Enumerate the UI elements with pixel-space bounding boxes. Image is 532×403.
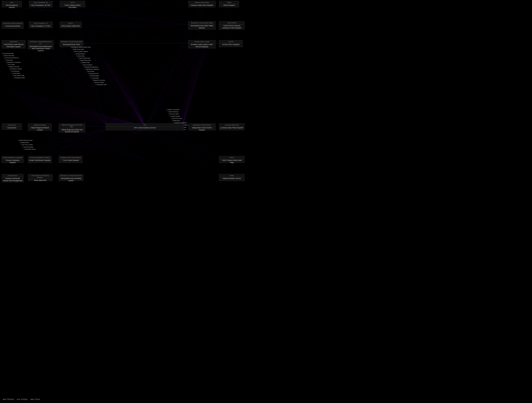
node-indep-school: Independent School Districts Independent… — [188, 124, 215, 130]
svg-line-79 — [13, 92, 145, 126]
node-muni-maintenance: Municipal or County Maintenance an... Mu… — [28, 40, 53, 49]
svg-line-78 — [11, 91, 145, 126]
node-noaa: NOAA National Weather Service — [219, 174, 244, 181]
svg-line-86 — [25, 105, 145, 126]
node-dps-ev: DPS DPS Emergency Vehicles — [2, 1, 22, 7]
legend-existing-color — [17, 399, 20, 400]
svg-line-65 — [112, 69, 145, 126]
svg-line-69 — [120, 76, 145, 126]
node-txdot-web: TxDOT TxDOT Atlanta District Web Page — [219, 156, 244, 163]
svg-line-47 — [71, 129, 145, 159]
node-regional-hospitals: Regional Hospitals Atlanta Regional Medi… — [28, 124, 52, 131]
svg-line-76 — [132, 89, 145, 126]
svg-line-119 — [71, 126, 107, 176]
node-txdot-artio-motorist: TxDOT/ARTIO TxDOT/ARTIO Motorist Assista… — [219, 21, 244, 30]
legend-planned-label: Planned — [7, 398, 14, 400]
svg-line-74 — [129, 85, 145, 126]
svg-line-126 — [145, 129, 233, 159]
node-dps-comm: DPS DPS Communications Service — [106, 124, 184, 130]
node-bi-state-justice: Bi-State Justice Center Bi-State Justice… — [188, 40, 215, 48]
node-texarkana-transit: Texarkana Urban Transit District T Line … — [59, 156, 82, 163]
svg-line-75 — [130, 87, 145, 126]
svg-line-62 — [107, 63, 145, 126]
svg-line-82 — [18, 98, 145, 126]
node-txdot-dps-crash: TxDOT/DPS TxDOT/DPS Crash Record Informa… — [2, 40, 25, 48]
legend-future-color — [30, 399, 34, 400]
svg-line-85 — [24, 103, 145, 126]
node-county-eoc: County EOC County EOC — [2, 124, 22, 130]
svg-line-121 — [12, 126, 107, 176]
svg-line-54 — [145, 129, 221, 176]
node-lifenet: Lifenet Lifenet Dispatch — [219, 1, 239, 7]
node-artio-tmc: ARTIO ARTIO District Office/TMC — [60, 22, 82, 28]
node-comm-vehicle-ops: Commercial Vehicle Operators Commercial … — [2, 22, 24, 29]
svg-line-80 — [14, 94, 145, 126]
svg-line-52 — [40, 129, 145, 176]
node-city-tex-tx: City of Texarkana, TX City of Texarkana,… — [29, 22, 52, 28]
legend-existing: Existing — [17, 398, 27, 400]
node-louisiana-state-police: Louisiana State Police Louisiana State P… — [219, 124, 244, 130]
svg-line-77 — [9, 89, 145, 126]
svg-line-70 — [121, 78, 145, 126]
node-muni-public-safety: Municipal or County Public Safety Munici… — [188, 21, 215, 30]
node-dps-state-eoc: DPS Division of Emergency Manage... Texa… — [28, 174, 52, 181]
svg-line-72 — [125, 81, 145, 126]
svg-line-120 — [40, 126, 107, 176]
svg-line-66 — [114, 71, 145, 126]
svg-line-84 — [22, 101, 145, 126]
node-private-tow: Private Tow/Wrecker Providers Private To… — [28, 156, 52, 163]
legend-future: Future — [30, 398, 40, 400]
node-private-ambulance: Private Ambulance Companies Private Ambu… — [2, 156, 24, 163]
left-cascade-labels: Crash Record Data Vehicle Fleet Data Com… — [2, 52, 31, 79]
node-atcog: ATCOG ATCOG TRAX Dispatch — [219, 40, 243, 47]
svg-line-73 — [127, 83, 145, 126]
svg-line-50 — [145, 129, 221, 159]
svg-line-83 — [20, 99, 145, 126]
node-private-carriers: Private Carriers Private Commercial Vehi… — [2, 174, 24, 182]
svg-line-127 — [145, 129, 233, 176]
svg-line-13 — [145, 7, 230, 126]
node-city-tex-ar: City of Texarkana, AR City of Texarkana,… — [29, 1, 52, 7]
svg-line-64 — [110, 67, 145, 126]
svg-line-87 — [27, 107, 145, 126]
legend-planned-color — [3, 399, 6, 400]
svg-line-53 — [12, 129, 145, 176]
svg-line-63 — [109, 65, 145, 126]
svg-line-71 — [123, 80, 145, 126]
legend-future-label: Future — [35, 398, 40, 400]
svg-line-68 — [118, 74, 145, 126]
legend-existing-label: Existing — [21, 398, 27, 400]
svg-line-51 — [71, 129, 145, 176]
node-muni-permitting: Municipal or County Government Municipal… — [59, 174, 83, 181]
node-txdot-atlanta-tmc: TxDOT TxDOT Atlanta District TMC/Office — [60, 1, 85, 7]
legend-planned: Planned — [3, 398, 14, 400]
node-regional-emerg: Regional Emergency and Public Safe... At… — [59, 124, 85, 132]
svg-line-61 — [105, 62, 145, 126]
svg-line-81 — [16, 96, 145, 126]
svg-line-67 — [116, 72, 145, 126]
legend: Planned Existing Future — [3, 398, 40, 400]
bottom-connection-labels: Medical Response Data Hospital Status To… — [18, 139, 58, 150]
cascade-labels: Emergency Vehicle Location Data Traffic … — [71, 46, 110, 86]
node-ark-state-police: Arkansas State Police Arkansas State Pol… — [188, 1, 215, 7]
